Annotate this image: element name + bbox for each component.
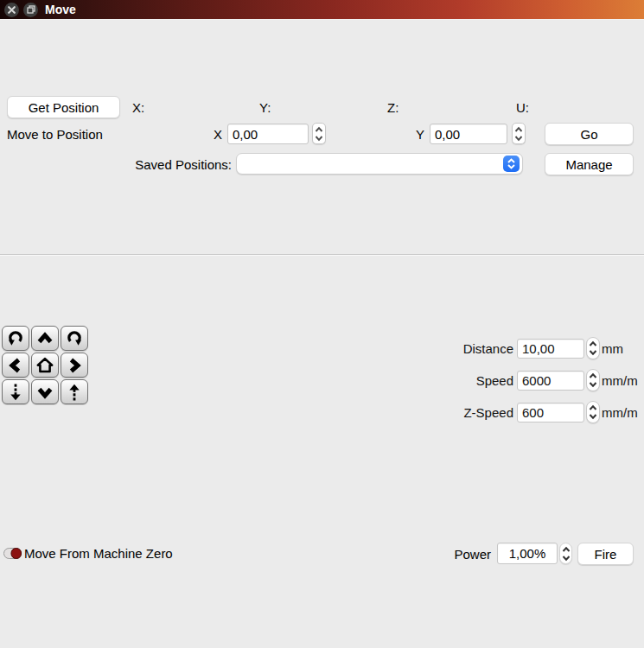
z-down-button[interactable]	[2, 379, 29, 404]
distance-row: Distance 10,00 mm	[432, 337, 644, 359]
z-speed-label: Z-Speed	[432, 405, 513, 420]
speed-label: Speed	[432, 373, 513, 388]
move-y-label: Y	[416, 127, 424, 142]
fire-button[interactable]: Fire	[577, 543, 634, 565]
close-icon	[8, 6, 16, 14]
rotate-clockwise-icon	[64, 328, 85, 349]
move-y-stepper[interactable]	[512, 123, 526, 144]
speed-unit: mm/m	[602, 373, 638, 388]
power-input[interactable]: 1,00%	[497, 543, 558, 564]
jog-left-button[interactable]	[2, 353, 29, 378]
distance-label: Distance	[432, 341, 513, 356]
move-y-input[interactable]: 0,00	[430, 124, 507, 144]
stepper-arrows-icon	[588, 403, 598, 421]
stepper-arrows-icon	[561, 545, 571, 562]
move-from-machine-zero-label: Move From Machine Zero	[24, 546, 173, 561]
rotate-clockwise-button[interactable]	[61, 326, 88, 351]
get-position-button[interactable]: Get Position	[7, 96, 120, 118]
distance-unit: mm	[602, 341, 623, 356]
z-speed-row: Z-Speed 600 mm/m	[432, 401, 644, 423]
stepper-arrows-icon	[513, 125, 524, 143]
move-x-input[interactable]: 0,00	[227, 124, 309, 144]
move-window: Move Get Position X: Y: Z: U: Move to Po…	[0, 0, 644, 648]
jog-pad	[2, 326, 88, 404]
select-arrows-icon	[505, 157, 518, 170]
jog-right-icon	[64, 355, 85, 376]
move-x-label: X	[214, 127, 222, 142]
float-window-button[interactable]	[23, 3, 38, 17]
go-button[interactable]: Go	[545, 123, 634, 145]
jog-down-button[interactable]	[31, 379, 59, 404]
jog-right-button[interactable]	[61, 353, 88, 378]
home-button[interactable]	[31, 353, 59, 378]
saved-positions-select[interactable]	[236, 153, 523, 175]
distance-input[interactable]: 10,00	[517, 339, 584, 359]
home-icon	[35, 355, 55, 376]
distance-stepper[interactable]	[586, 337, 600, 359]
stepper-arrows-icon	[588, 340, 598, 357]
float-window-icon	[27, 5, 35, 14]
z-speed-input[interactable]: 600	[517, 403, 584, 422]
move-x-stepper[interactable]	[312, 123, 326, 144]
speed-stepper[interactable]	[586, 369, 600, 391]
jog-up-icon	[35, 328, 55, 349]
section-divider	[0, 254, 644, 256]
move-to-position-label: Move to Position	[7, 127, 103, 142]
stepper-arrows-icon	[588, 372, 598, 389]
window-title: Move	[45, 3, 76, 16]
axis-x-label: X:	[132, 100, 144, 115]
saved-positions-label: Saved Positions:	[86, 157, 232, 172]
jog-left-icon	[5, 355, 26, 376]
rotate-counterclockwise-button[interactable]	[2, 326, 29, 351]
z-speed-unit: mm/m	[602, 405, 638, 420]
z-up-button[interactable]	[61, 379, 88, 404]
titlebar: Move	[0, 0, 644, 20]
power-label: Power	[432, 547, 491, 562]
manage-button[interactable]: Manage	[545, 153, 634, 175]
speed-input[interactable]: 6000	[517, 371, 584, 391]
jog-down-icon	[35, 382, 55, 403]
speed-row: Speed 6000 mm/m	[432, 369, 644, 391]
select-stepper-button[interactable]	[503, 156, 520, 172]
toggle-icon	[3, 548, 22, 559]
z-up-icon	[64, 382, 85, 403]
axis-z-label: Z:	[387, 100, 399, 115]
rotate-counterclockwise-icon	[5, 328, 26, 349]
move-from-machine-zero-checkbox[interactable]	[3, 547, 22, 558]
stepper-arrows-icon	[314, 125, 324, 143]
axis-y-label: Y:	[259, 100, 271, 115]
close-button[interactable]	[4, 3, 19, 17]
jog-up-button[interactable]	[31, 326, 59, 351]
power-stepper[interactable]	[559, 543, 572, 564]
axis-u-label: U:	[516, 100, 529, 115]
z-down-icon	[5, 382, 26, 403]
z-speed-stepper[interactable]	[586, 401, 600, 423]
